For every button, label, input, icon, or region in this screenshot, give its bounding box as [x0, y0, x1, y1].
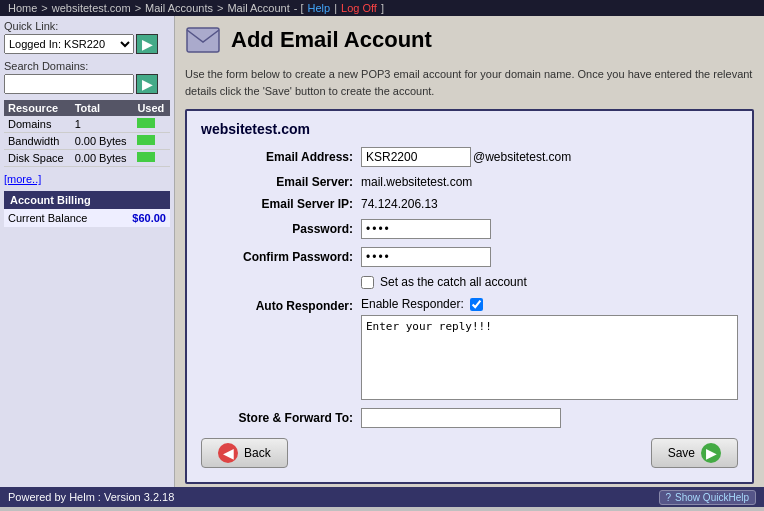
confirm-password-input[interactable] [361, 247, 491, 267]
breadcrumb-domain[interactable]: websitetest.com [52, 2, 131, 14]
quick-link-go-button[interactable]: ▶ [136, 34, 158, 54]
quick-link-select[interactable]: Logged In: KSR220 [4, 34, 134, 54]
enable-responder-label: Enable Responder: [361, 297, 464, 311]
confirm-password-row: Confirm Password: [201, 247, 738, 267]
page-header: Add Email Account [185, 22, 754, 58]
back-arrow-icon: ◀ [218, 443, 238, 463]
store-forward-label: Store & Forward To: [201, 411, 361, 425]
responder-textarea[interactable]: Enter your reply!!! [361, 315, 738, 400]
search-domains-input[interactable] [4, 74, 134, 94]
email-server-label: Email Server: [201, 175, 361, 189]
main-content: Add Email Account Use the form below to … [175, 16, 764, 487]
panel-title: websitetest.com [201, 121, 738, 137]
quick-link-label: Quick Link: [4, 20, 170, 32]
breadcrumb-home[interactable]: Home [8, 2, 37, 14]
email-icon [185, 22, 221, 58]
show-quickhelp-button[interactable]: ? Show QuickHelp [659, 490, 756, 505]
bottombar: Powered by Helm : Version 3.2.18 ? Show … [0, 487, 764, 507]
email-server-ip-row: Email Server IP: 74.124.206.13 [201, 197, 738, 211]
breadcrumb-mail-account[interactable]: Mail Account [227, 2, 289, 14]
table-row: Bandwidth 0.00 Bytes [4, 133, 170, 150]
save-button-group: Save ▶ [651, 438, 738, 468]
table-row: Domains 1 [4, 116, 170, 133]
quickhelp-label: Show QuickHelp [675, 492, 749, 503]
current-balance-value: $60.00 [132, 212, 166, 224]
account-billing-header: Account Billing [4, 191, 170, 209]
save-button[interactable]: Save ▶ [651, 438, 738, 468]
back-label: Back [244, 446, 271, 460]
bar-domains [137, 118, 155, 128]
search-domains-label: Search Domains: [4, 60, 170, 72]
form-panel: websitetest.com Email Address: @websitet… [185, 109, 754, 484]
password-row: Password: [201, 219, 738, 239]
email-address-value: @websitetest.com [361, 147, 571, 167]
nav-buttons: ◀ Back Save ▶ [201, 438, 738, 468]
password-label: Password: [201, 222, 361, 236]
enable-responder-row: Enable Responder: [361, 297, 738, 311]
current-balance-label: Current Balance [8, 212, 88, 224]
quickhelp-icon: ? [666, 492, 672, 503]
auto-responder-row: Auto Responder: Enable Responder: Enter … [201, 297, 738, 400]
back-button-group: ◀ Back [201, 438, 288, 468]
auto-responder-content: Enable Responder: Enter your reply!!! [361, 297, 738, 400]
total-col-header: Total [71, 100, 134, 116]
search-go-button[interactable]: ▶ [136, 74, 158, 94]
email-server-ip-label: Email Server IP: [201, 197, 361, 211]
page-description: Use the form below to create a new POP3 … [185, 66, 754, 99]
auto-responder-label: Auto Responder: [201, 297, 361, 313]
confirm-password-label: Confirm Password: [201, 250, 361, 264]
more-link[interactable]: [more..] [4, 173, 170, 185]
table-row: Disk Space 0.00 Bytes [4, 150, 170, 167]
catch-all-checkbox[interactable] [361, 276, 374, 289]
enable-responder-checkbox[interactable] [470, 298, 483, 311]
catch-all-label: Set as the catch all account [380, 275, 527, 289]
bar-bandwidth [137, 135, 155, 145]
store-forward-row: Store & Forward To: [201, 408, 738, 428]
resource-table: Resource Total Used Domains 1 Bandwidth … [4, 100, 170, 167]
email-address-label: Email Address: [201, 150, 361, 164]
logoff-link[interactable]: Log Off [341, 2, 377, 14]
email-username-input[interactable] [361, 147, 471, 167]
back-button[interactable]: ◀ Back [201, 438, 288, 468]
email-server-value: mail.websitetest.com [361, 175, 472, 189]
sidebar: Quick Link: Logged In: KSR220 ▶ Search D… [0, 16, 175, 487]
bar-diskspace [137, 152, 155, 162]
breadcrumb-mail-accounts[interactable]: Mail Accounts [145, 2, 213, 14]
page-title: Add Email Account [231, 27, 432, 53]
password-input[interactable] [361, 219, 491, 239]
save-arrow-icon: ▶ [701, 443, 721, 463]
email-address-row: Email Address: @websitetest.com [201, 147, 738, 167]
save-label: Save [668, 446, 695, 460]
powered-by: Powered by Helm : Version 3.2.18 [8, 491, 174, 503]
billing-row: Current Balance $60.00 [4, 209, 170, 227]
email-server-row: Email Server: mail.websitetest.com [201, 175, 738, 189]
svg-rect-0 [187, 28, 219, 52]
resource-col-header: Resource [4, 100, 71, 116]
help-link[interactable]: Help [308, 2, 331, 14]
topbar: Home > websitetest.com > Mail Accounts >… [0, 0, 764, 16]
catch-all-row: Set as the catch all account [201, 275, 738, 289]
used-col-header: Used [133, 100, 170, 116]
email-server-ip-value: 74.124.206.13 [361, 197, 438, 211]
store-forward-input[interactable] [361, 408, 561, 428]
email-domain-label: @websitetest.com [473, 150, 571, 164]
